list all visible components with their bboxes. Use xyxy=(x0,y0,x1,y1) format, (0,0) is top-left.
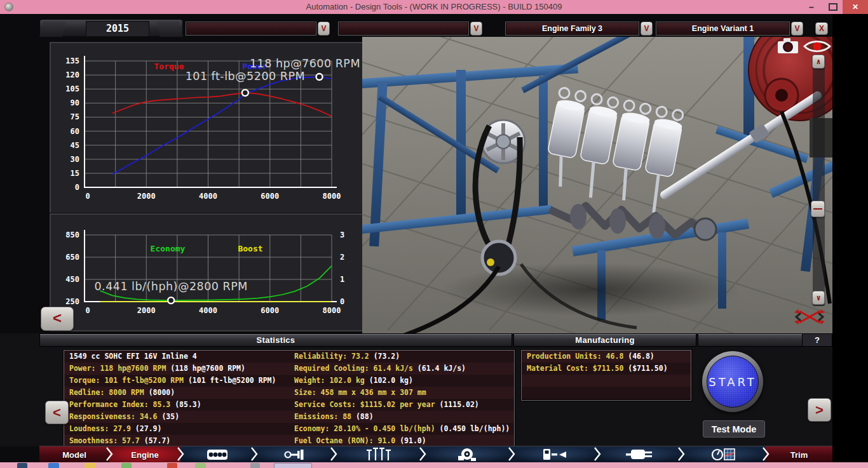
tab-nub-left[interactable] xyxy=(39,22,66,37)
svg-text:8000: 8000 xyxy=(323,192,341,201)
valvetrain-icon xyxy=(365,447,391,462)
nav-tab-piston[interactable] xyxy=(254,446,334,463)
manufacturing-header: Manufacturing xyxy=(513,333,696,347)
svg-text:6000: 6000 xyxy=(261,192,279,201)
svg-text:4000: 4000 xyxy=(199,192,217,201)
svg-text:0: 0 xyxy=(85,192,90,201)
automation-game-window: Automation - Design Tools - (WORK IN PRO… xyxy=(0,0,868,468)
exhaust-icon xyxy=(626,447,653,462)
start-button-ring: START xyxy=(702,351,763,412)
next-panel-button[interactable]: > xyxy=(808,398,831,422)
nav-tab-turbo[interactable] xyxy=(423,446,512,463)
engine-family-dropdown-button[interactable]: V xyxy=(641,22,653,36)
viewport-scrollbar-handle[interactable] xyxy=(811,201,825,217)
design-step-navbar: ModelEngineTrim xyxy=(39,446,832,463)
app-gray-icon[interactable] xyxy=(250,463,260,468)
svg-text:105: 105 xyxy=(65,84,79,93)
help-button[interactable]: ? xyxy=(802,333,832,347)
svg-text:2000: 2000 xyxy=(137,192,156,201)
tab-nub-right[interactable] xyxy=(156,22,183,37)
chevron-separator-icon xyxy=(249,446,259,462)
nav-tab-valvetrain[interactable] xyxy=(334,446,423,463)
stat-row: Performance Index: 85.3 (85.3)Service Co… xyxy=(64,399,514,411)
dropdown-2-button[interactable]: V xyxy=(470,22,482,36)
dropdown-1[interactable] xyxy=(186,22,316,36)
nav-tab-label: Model xyxy=(62,450,86,460)
stat-row: Loudness: 27.9 (27.9)Economy: 28.10% - 0… xyxy=(64,423,514,435)
engine-variant-dropdown-button[interactable]: V xyxy=(791,22,803,36)
maximize-button[interactable] xyxy=(824,0,843,14)
start-icon[interactable] xyxy=(17,463,27,468)
nav-tab-trim[interactable]: Trim xyxy=(766,446,832,463)
taskbar[interactable] xyxy=(0,462,868,468)
engine-variant-dropdown[interactable]: Engine Variant 1 xyxy=(656,22,790,36)
engine-family-dropdown[interactable]: Engine Family 3 xyxy=(505,22,639,36)
window-title: Automation - Design Tools - (WORK IN PRO… xyxy=(0,0,868,14)
nav-tab-model[interactable]: Model xyxy=(39,446,109,463)
chevron-separator-icon xyxy=(506,446,517,462)
year-tab-strip: 2015 xyxy=(39,19,183,37)
viewport-scrollbar-track[interactable] xyxy=(813,56,825,306)
chevron-separator-icon xyxy=(329,446,339,462)
svg-text:Boost: Boost xyxy=(238,244,262,253)
test-mode-button[interactable]: Test Mode xyxy=(703,420,765,438)
turbo-icon xyxy=(458,447,477,462)
nav-tab-engine[interactable]: Engine xyxy=(109,446,180,463)
svg-text:0: 0 xyxy=(340,297,344,306)
dropdown-2[interactable] xyxy=(338,22,469,36)
maximize-icon xyxy=(829,3,837,11)
svg-text:75: 75 xyxy=(71,112,79,121)
svg-text:60: 60 xyxy=(71,127,79,136)
svg-text:2000: 2000 xyxy=(137,306,156,315)
nav-tab-fuel-system[interactable] xyxy=(512,446,597,463)
screenshot-camera-icon[interactable] xyxy=(776,37,801,57)
svg-text:2: 2 xyxy=(340,253,344,262)
nav-tab-exhaust[interactable] xyxy=(597,446,681,463)
engine-3d-viewport[interactable]: ∧ ∨ xyxy=(362,37,832,344)
right-letterbox xyxy=(832,14,868,462)
back-button[interactable]: < xyxy=(41,307,74,331)
year-tab-2015[interactable]: 2015 xyxy=(86,21,149,37)
folder-icon[interactable] xyxy=(85,463,96,468)
folder-green-icon[interactable] xyxy=(195,463,206,468)
nav-tab-dyno[interactable] xyxy=(681,446,766,463)
svg-text:850: 850 xyxy=(65,231,79,239)
piston-icon xyxy=(283,448,305,462)
nav-tab-gasket[interactable] xyxy=(180,446,254,463)
rotate-gizmo-icon[interactable] xyxy=(792,306,827,330)
svg-text:135: 135 xyxy=(65,57,79,65)
svg-text:650: 650 xyxy=(65,253,79,262)
app-red-icon[interactable] xyxy=(167,463,177,468)
svg-text:250: 250 xyxy=(65,297,79,306)
dropdown-1-button[interactable]: V xyxy=(318,22,330,36)
chevron-separator-icon xyxy=(417,446,428,462)
svg-text:120: 120 xyxy=(65,70,79,79)
minimize-button[interactable]: – xyxy=(802,0,821,14)
svg-text:4000: 4000 xyxy=(199,306,217,315)
svg-text:118 hp@7600 RPM: 118 hp@7600 RPM xyxy=(250,57,360,70)
statistics-table: 1549 cc SOHC EFI 16V Inline 4Reliability… xyxy=(64,350,515,448)
svg-text:Economy: Economy xyxy=(151,244,186,253)
engine-3d-render xyxy=(362,37,832,344)
close-variant-button[interactable]: X xyxy=(815,22,828,35)
active-app-icon[interactable] xyxy=(274,463,312,468)
scroll-down-button[interactable]: ∨ xyxy=(812,291,825,305)
close-window-button[interactable]: ✕ xyxy=(843,0,868,14)
scroll-up-button[interactable]: ∧ xyxy=(812,55,825,69)
statistics-header: Statistics xyxy=(39,333,512,347)
svg-text:45: 45 xyxy=(71,141,79,150)
manufacturing-row: Production Units: 46.8 (46.8) xyxy=(522,351,691,363)
svg-text:0: 0 xyxy=(75,183,79,192)
stat-row: 1549 cc SOHC EFI 16V Inline 4Reliability… xyxy=(64,351,514,363)
stat-row: Responsiveness: 34.6 (35)Emissions: 88 (… xyxy=(64,411,514,423)
torque-power-chart: 015304560759010512013502000400060008000T… xyxy=(50,42,363,215)
gasket-icon xyxy=(207,448,228,462)
start-dyno-button[interactable]: START xyxy=(707,356,759,408)
prev-panel-button[interactable]: < xyxy=(45,401,69,424)
svg-text:15: 15 xyxy=(71,169,79,178)
economy-boost-chart: 250450650850012302000400060008000Economy… xyxy=(50,213,363,331)
browser-icon[interactable] xyxy=(48,463,59,468)
app-green-icon[interactable] xyxy=(121,463,132,468)
manufacturing-row: Material Cost: $711.50 ($711.50) xyxy=(522,363,691,375)
dyno-icon xyxy=(712,447,736,462)
